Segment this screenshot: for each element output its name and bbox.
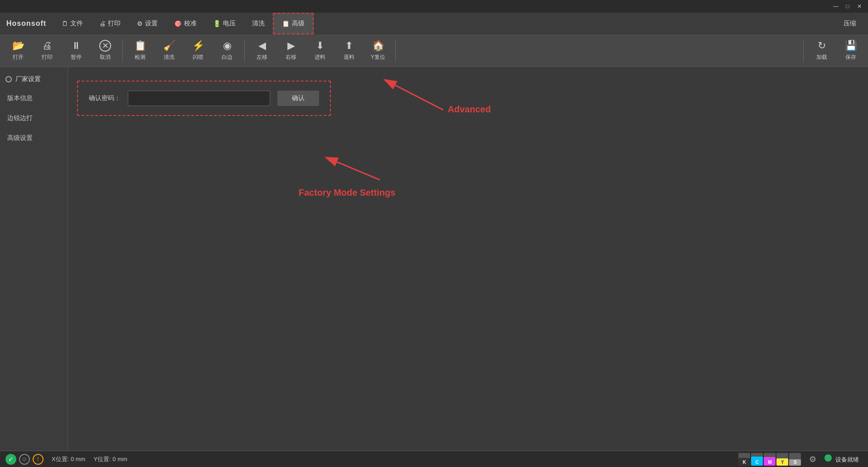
retract-button[interactable]: ⬆ 退料 xyxy=(335,36,364,66)
toolbar-sep-1 xyxy=(122,39,123,62)
moveright-button[interactable]: ▶ 右移 xyxy=(276,36,305,66)
open-button[interactable]: 📂 打开 xyxy=(4,36,33,66)
cancel-button[interactable]: ✕ 取消 xyxy=(91,36,120,66)
menu-calibrate-label: 校准 xyxy=(184,19,197,28)
ink-k-label: K xyxy=(743,460,746,465)
svg-text:Factory  Mode  Settings: Factory Mode Settings xyxy=(299,188,395,197)
ink-y-label: Y xyxy=(781,460,784,465)
ink-indicators: K C M Y S xyxy=(738,453,801,466)
whiteedge-label: 白边 xyxy=(222,53,233,61)
ink-m-label: M xyxy=(768,460,771,465)
flash-icon: ⚡ xyxy=(192,40,204,52)
title-bar: — □ ✕ xyxy=(0,0,868,13)
content-area: 确认密码： 确认 Advanced Factory Mode Settings xyxy=(68,67,868,451)
confirm-button[interactable]: 确认 xyxy=(277,91,319,106)
toolbar-sep-4 xyxy=(803,39,804,62)
ink-s-label: S xyxy=(794,460,797,465)
device-status-dot xyxy=(824,454,832,462)
menu-voltage-label: 电压 xyxy=(223,19,236,28)
flash-button[interactable]: ⚡ 闪喷 xyxy=(184,36,213,66)
toolbar-left-group: 📂 打开 🖨 打印 ⏸ 暂停 ✕ 取消 xyxy=(4,36,120,66)
open-icon: 📂 xyxy=(12,40,24,52)
svg-text:Advanced: Advanced xyxy=(448,104,491,114)
reload-button[interactable]: ↻ 加载 xyxy=(808,36,835,66)
moveleft-icon: ◀ xyxy=(258,40,266,52)
menu-voltage[interactable]: 🔋 电压 xyxy=(205,13,244,34)
yhome-button[interactable]: 🏠 Y复位 xyxy=(364,36,393,66)
sidebar: 厂家设置 版本信息 边锐边打 高级设置 xyxy=(0,67,68,451)
cancel-icon: ✕ xyxy=(99,40,111,52)
ink-c-label: C xyxy=(756,460,759,465)
pause-button[interactable]: ⏸ 暂停 xyxy=(62,36,91,66)
y-position: Y位置: 0 mm xyxy=(93,455,127,463)
open-label: 打开 xyxy=(13,53,24,61)
settings-icon: ⚙ xyxy=(137,20,143,27)
clean-label: 清洗 xyxy=(164,53,175,61)
menu-clean-label: 清洗 xyxy=(252,19,265,28)
flash-label: 闪喷 xyxy=(193,53,204,61)
menu-file-label: 文件 xyxy=(70,19,83,28)
annotation-overlay: Advanced Factory Mode Settings xyxy=(68,67,868,451)
feed-label: 进料 xyxy=(315,53,325,61)
sidebar-item-sharpedge[interactable]: 边锐边打 xyxy=(0,109,68,128)
svg-line-3 xyxy=(326,157,380,180)
status-bar: ✓ ⊙ ! X位置: 0 mm Y位置: 0 mm K C M Y S ⚙ 设备 xyxy=(0,451,868,467)
moveleft-button[interactable]: ◀ 左移 xyxy=(247,36,276,66)
status-icons: ✓ ⊙ ! xyxy=(5,454,44,465)
print-button[interactable]: 🖨 打印 xyxy=(33,36,62,66)
menu-print[interactable]: 🖨 打印 xyxy=(91,13,129,34)
ink-slot-m: M xyxy=(764,453,776,466)
toolbar-right-group: ↻ 加载 💾 保存 xyxy=(800,36,864,66)
minimize-button[interactable]: — xyxy=(831,1,841,11)
whiteedge-button[interactable]: ◉ 白边 xyxy=(213,36,242,66)
device-status-label: 设备就绪 xyxy=(835,456,859,463)
sidebar-header-dot xyxy=(5,76,12,82)
factory-panel: 确认密码： 确认 xyxy=(77,81,331,116)
status-warning-icon: ! xyxy=(33,454,44,465)
detect-icon: 📋 xyxy=(134,40,146,52)
sidebar-item-version[interactable]: 版本信息 xyxy=(0,89,68,108)
main-layout: 厂家设置 版本信息 边锐边打 高级设置 确认密码： 确认 xyxy=(0,67,868,451)
clean-icon: 🧹 xyxy=(163,40,175,52)
moveleft-label: 左移 xyxy=(257,53,267,61)
voltage-icon: 🔋 xyxy=(213,20,221,27)
ink-slot-c: C xyxy=(751,453,763,466)
calibrate-icon: 🎯 xyxy=(174,20,182,27)
close-button[interactable]: ✕ xyxy=(854,1,864,11)
toolbar-move-group: ◀ 左移 ▶ 右移 ⬇ 进料 ⬆ 退料 🏠 Y复位 xyxy=(247,36,393,66)
factory-panel-row: 确认密码： 确认 xyxy=(89,91,319,106)
menu-calibrate[interactable]: 🎯 校准 xyxy=(166,13,205,34)
retract-label: 退料 xyxy=(344,53,354,61)
status-circle-icon: ⊙ xyxy=(19,454,30,465)
menu-advanced-label: 高级 xyxy=(292,19,305,28)
gear-icon[interactable]: ⚙ xyxy=(809,454,816,464)
save-label: 保存 xyxy=(845,53,856,61)
ink-slot-k: K xyxy=(738,453,750,466)
clean-button[interactable]: 🧹 清洗 xyxy=(155,36,184,66)
yhome-icon: 🏠 xyxy=(372,40,384,52)
menu-bar: Hosonsoft 🗒 文件 🖨 打印 ⚙ 设置 🎯 校准 🔋 电压 清洗 📋 … xyxy=(0,13,868,34)
password-label: 确认密码： xyxy=(89,94,121,102)
x-position: X位置: 0 mm xyxy=(52,455,85,463)
menu-file[interactable]: 🗒 文件 xyxy=(53,13,91,34)
status-green-icon: ✓ xyxy=(5,454,16,465)
detect-button[interactable]: 📋 检测 xyxy=(126,36,155,66)
detect-label: 检测 xyxy=(135,53,145,61)
file-icon: 🗒 xyxy=(62,20,68,27)
maximize-button[interactable]: □ xyxy=(843,1,853,11)
save-button[interactable]: 💾 保存 xyxy=(837,36,864,66)
password-input[interactable] xyxy=(128,91,270,106)
compress-button[interactable]: 压缩 xyxy=(836,16,863,31)
menu-settings[interactable]: ⚙ 设置 xyxy=(129,13,166,34)
menu-print-label: 打印 xyxy=(108,19,121,28)
print-icon: 🖨 xyxy=(42,40,52,52)
save-icon: 💾 xyxy=(845,40,857,52)
ink-slot-y: Y xyxy=(776,453,788,466)
pause-label: 暂停 xyxy=(71,53,82,61)
reload-label: 加载 xyxy=(816,53,827,61)
sidebar-item-advanced[interactable]: 高级设置 xyxy=(0,129,68,148)
feed-button[interactable]: ⬇ 进料 xyxy=(305,36,335,66)
menu-advanced[interactable]: 📋 高级 xyxy=(273,13,314,34)
whiteedge-icon: ◉ xyxy=(223,40,232,52)
menu-clean[interactable]: 清洗 xyxy=(244,13,273,34)
